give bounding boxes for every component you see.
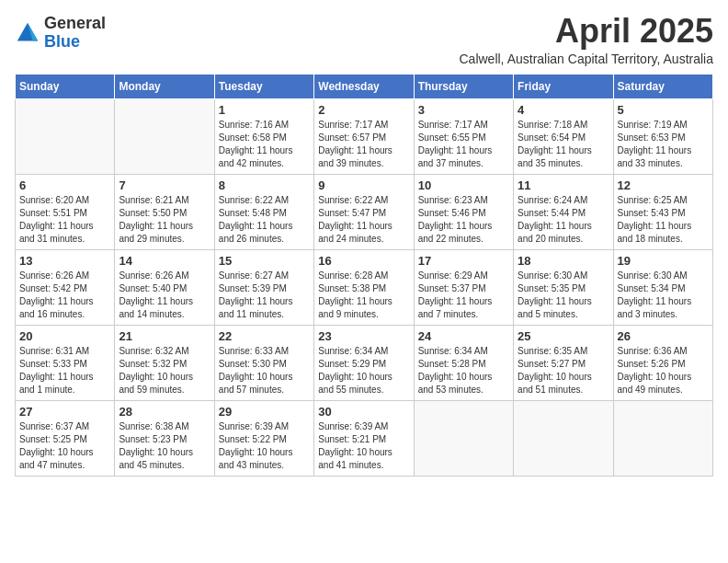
day-number: 17 xyxy=(418,254,509,268)
day-info: Sunrise: 6:38 AM Sunset: 5:23 PM Dayligh… xyxy=(119,420,210,472)
day-info: Sunrise: 6:39 AM Sunset: 5:21 PM Dayligh… xyxy=(318,420,409,472)
day-info: Sunrise: 7:17 AM Sunset: 6:57 PM Dayligh… xyxy=(318,119,409,170)
calendar-cell: 26Sunrise: 6:36 AM Sunset: 5:26 PM Dayli… xyxy=(613,326,712,401)
day-info: Sunrise: 6:30 AM Sunset: 5:34 PM Dayligh… xyxy=(618,270,709,321)
calendar-cell: 4Sunrise: 7:18 AM Sunset: 6:54 PM Daylig… xyxy=(514,99,613,175)
calendar-week-2: 13Sunrise: 6:26 AM Sunset: 5:42 PM Dayli… xyxy=(16,250,713,326)
calendar-cell: 5Sunrise: 7:19 AM Sunset: 6:53 PM Daylig… xyxy=(613,99,712,175)
day-number: 21 xyxy=(119,329,210,343)
calendar-cell: 27Sunrise: 6:37 AM Sunset: 5:25 PM Dayli… xyxy=(16,401,115,477)
day-number: 5 xyxy=(618,103,709,117)
day-number: 7 xyxy=(119,178,210,192)
weekday-header-thursday: Thursday xyxy=(414,75,513,99)
day-number: 19 xyxy=(618,254,709,268)
calendar-cell: 22Sunrise: 6:33 AM Sunset: 5:30 PM Dayli… xyxy=(214,326,313,401)
day-info: Sunrise: 7:16 AM Sunset: 6:58 PM Dayligh… xyxy=(219,119,310,170)
day-info: Sunrise: 6:37 AM Sunset: 5:25 PM Dayligh… xyxy=(19,420,110,472)
day-info: Sunrise: 6:30 AM Sunset: 5:35 PM Dayligh… xyxy=(518,270,609,321)
day-info: Sunrise: 6:21 AM Sunset: 5:50 PM Dayligh… xyxy=(119,194,210,246)
day-info: Sunrise: 7:17 AM Sunset: 6:55 PM Dayligh… xyxy=(418,119,509,170)
day-number: 6 xyxy=(19,178,110,192)
logo: General Blue xyxy=(15,15,106,52)
day-number: 3 xyxy=(418,103,509,117)
calendar-cell xyxy=(514,401,613,477)
weekday-header-friday: Friday xyxy=(514,75,613,99)
calendar-cell: 18Sunrise: 6:30 AM Sunset: 5:35 PM Dayli… xyxy=(514,250,613,326)
day-info: Sunrise: 6:26 AM Sunset: 5:40 PM Dayligh… xyxy=(119,270,210,321)
calendar-cell xyxy=(414,401,513,477)
calendar-cell: 10Sunrise: 6:23 AM Sunset: 5:46 PM Dayli… xyxy=(414,175,513,250)
calendar-header: SundayMondayTuesdayWednesdayThursdayFrid… xyxy=(16,75,713,99)
calendar-cell: 9Sunrise: 6:22 AM Sunset: 5:47 PM Daylig… xyxy=(314,175,414,250)
calendar-week-4: 27Sunrise: 6:37 AM Sunset: 5:25 PM Dayli… xyxy=(16,401,713,477)
calendar-cell: 20Sunrise: 6:31 AM Sunset: 5:33 PM Dayli… xyxy=(16,326,115,401)
weekday-row: SundayMondayTuesdayWednesdayThursdayFrid… xyxy=(16,75,713,99)
weekday-header-tuesday: Tuesday xyxy=(214,75,313,99)
calendar-cell: 29Sunrise: 6:39 AM Sunset: 5:22 PM Dayli… xyxy=(214,401,313,477)
location: Calwell, Australian Capital Territory, A… xyxy=(460,52,714,66)
day-info: Sunrise: 6:27 AM Sunset: 5:39 PM Dayligh… xyxy=(219,270,310,321)
logo-icon xyxy=(15,20,40,46)
calendar-cell: 30Sunrise: 6:39 AM Sunset: 5:21 PM Dayli… xyxy=(314,401,414,477)
day-number: 27 xyxy=(19,405,110,419)
day-info: Sunrise: 6:22 AM Sunset: 5:47 PM Dayligh… xyxy=(318,194,409,246)
day-number: 15 xyxy=(219,254,310,268)
day-number: 10 xyxy=(418,178,509,192)
day-info: Sunrise: 6:32 AM Sunset: 5:32 PM Dayligh… xyxy=(119,345,210,396)
day-info: Sunrise: 6:34 AM Sunset: 5:29 PM Dayligh… xyxy=(318,345,409,396)
day-info: Sunrise: 6:39 AM Sunset: 5:22 PM Dayligh… xyxy=(219,420,310,472)
logo-general: General xyxy=(44,14,106,32)
calendar-cell xyxy=(16,99,115,175)
calendar-cell: 7Sunrise: 6:21 AM Sunset: 5:50 PM Daylig… xyxy=(115,175,214,250)
page-header: General Blue April 2025 Calwell, Austral… xyxy=(15,15,713,66)
day-info: Sunrise: 6:22 AM Sunset: 5:48 PM Dayligh… xyxy=(219,194,310,246)
day-info: Sunrise: 6:26 AM Sunset: 5:42 PM Dayligh… xyxy=(19,270,110,321)
calendar-week-3: 20Sunrise: 6:31 AM Sunset: 5:33 PM Dayli… xyxy=(16,326,713,401)
day-number: 18 xyxy=(518,254,609,268)
calendar-cell: 24Sunrise: 6:34 AM Sunset: 5:28 PM Dayli… xyxy=(414,326,513,401)
day-info: Sunrise: 6:33 AM Sunset: 5:30 PM Dayligh… xyxy=(219,345,310,396)
month-year: April 2025 xyxy=(460,15,714,48)
day-info: Sunrise: 6:25 AM Sunset: 5:43 PM Dayligh… xyxy=(618,194,709,246)
day-number: 23 xyxy=(318,329,409,343)
calendar-cell: 11Sunrise: 6:24 AM Sunset: 5:44 PM Dayli… xyxy=(514,175,613,250)
day-number: 26 xyxy=(618,329,709,343)
calendar-cell: 14Sunrise: 6:26 AM Sunset: 5:40 PM Dayli… xyxy=(115,250,214,326)
calendar-body: 1Sunrise: 7:16 AM Sunset: 6:58 PM Daylig… xyxy=(16,99,713,477)
calendar-week-1: 6Sunrise: 6:20 AM Sunset: 5:51 PM Daylig… xyxy=(16,175,713,250)
calendar-cell: 16Sunrise: 6:28 AM Sunset: 5:38 PM Dayli… xyxy=(314,250,414,326)
day-number: 13 xyxy=(19,254,110,268)
day-info: Sunrise: 6:35 AM Sunset: 5:27 PM Dayligh… xyxy=(518,345,609,396)
day-info: Sunrise: 6:23 AM Sunset: 5:46 PM Dayligh… xyxy=(418,194,509,246)
day-number: 22 xyxy=(219,329,310,343)
calendar-cell: 19Sunrise: 6:30 AM Sunset: 5:34 PM Dayli… xyxy=(613,250,712,326)
calendar-cell: 28Sunrise: 6:38 AM Sunset: 5:23 PM Dayli… xyxy=(115,401,214,477)
day-info: Sunrise: 6:34 AM Sunset: 5:28 PM Dayligh… xyxy=(418,345,509,396)
day-number: 2 xyxy=(318,103,409,117)
day-number: 30 xyxy=(318,405,409,419)
weekday-header-wednesday: Wednesday xyxy=(314,75,414,99)
logo-text: General Blue xyxy=(44,15,106,52)
day-info: Sunrise: 6:20 AM Sunset: 5:51 PM Dayligh… xyxy=(19,194,110,246)
calendar-cell xyxy=(613,401,712,477)
day-number: 12 xyxy=(618,178,709,192)
calendar-table: SundayMondayTuesdayWednesdayThursdayFrid… xyxy=(15,74,713,477)
day-number: 1 xyxy=(219,103,310,117)
day-number: 24 xyxy=(418,329,509,343)
day-number: 16 xyxy=(318,254,409,268)
calendar-cell: 6Sunrise: 6:20 AM Sunset: 5:51 PM Daylig… xyxy=(16,175,115,250)
calendar-cell: 25Sunrise: 6:35 AM Sunset: 5:27 PM Dayli… xyxy=(514,326,613,401)
calendar-cell: 21Sunrise: 6:32 AM Sunset: 5:32 PM Dayli… xyxy=(115,326,214,401)
day-info: Sunrise: 6:36 AM Sunset: 5:26 PM Dayligh… xyxy=(618,345,709,396)
day-info: Sunrise: 6:24 AM Sunset: 5:44 PM Dayligh… xyxy=(518,194,609,246)
calendar-cell: 8Sunrise: 6:22 AM Sunset: 5:48 PM Daylig… xyxy=(214,175,313,250)
calendar-cell: 23Sunrise: 6:34 AM Sunset: 5:29 PM Dayli… xyxy=(314,326,414,401)
day-info: Sunrise: 7:19 AM Sunset: 6:53 PM Dayligh… xyxy=(618,119,709,170)
day-number: 8 xyxy=(219,178,310,192)
day-number: 14 xyxy=(119,254,210,268)
logo-blue: Blue xyxy=(44,32,80,51)
calendar-cell: 1Sunrise: 7:16 AM Sunset: 6:58 PM Daylig… xyxy=(214,99,313,175)
day-number: 11 xyxy=(518,178,609,192)
day-info: Sunrise: 7:18 AM Sunset: 6:54 PM Dayligh… xyxy=(518,119,609,170)
day-number: 25 xyxy=(518,329,609,343)
